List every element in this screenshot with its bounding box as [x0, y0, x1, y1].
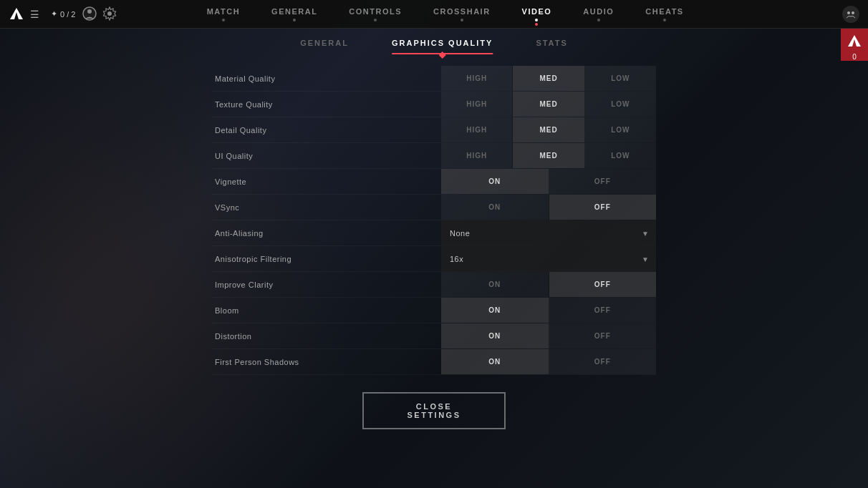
setting-controls-5: OnOff [441, 195, 656, 220]
setting-label-vignette: Vignette [212, 177, 441, 186]
top-bar-left: ☰ ✦ 0 / 2 [9, 6, 117, 22]
setting-label-improve-clarity: Improve Clarity [212, 280, 441, 289]
subnav-stats[interactable]: STATS [536, 39, 567, 54]
toggle-btn-high[interactable]: High [441, 143, 513, 168]
two-toggle-11: OnOff [441, 349, 656, 374]
toggle-btn-med[interactable]: Med [513, 66, 584, 91]
setting-row: VignetteOnOff [212, 169, 656, 195]
subnav-general[interactable]: GENERAL [300, 39, 349, 54]
setting-controls-2: HighMedLow [441, 117, 656, 142]
tab-cheats[interactable]: CHEATS [630, 0, 699, 29]
dropdown-anti-aliasing[interactable]: NoneMSAA 2xMSAA 4x [441, 220, 656, 246]
toggle-btn-off-4[interactable]: Off [549, 169, 657, 194]
sub-navigation: GENERAL GRAPHICS QUALITY STATS [300, 29, 568, 54]
setting-label-bloom: Bloom [212, 306, 441, 315]
toggle-btn-med[interactable]: Med [513, 117, 584, 142]
svg-point-4 [847, 11, 850, 14]
toggle-btn-on-11[interactable]: On [441, 349, 549, 374]
toggle-btn-med[interactable]: Med [513, 92, 584, 117]
agent-icon [82, 6, 97, 22]
setting-controls-0: HighMedLow [441, 66, 656, 91]
top-right-icons [842, 6, 859, 23]
svg-point-5 [852, 11, 854, 14]
setting-controls-10: OnOff [441, 323, 656, 348]
setting-label-texture-quality: Texture Quality [212, 100, 441, 109]
tab-audio[interactable]: AUDIO [567, 0, 630, 29]
menu-icon[interactable]: ☰ [30, 9, 39, 20]
svg-point-3 [107, 11, 112, 16]
top-navigation-bar: ☰ ✦ 0 / 2 MATCH [0, 0, 868, 29]
settings-gear-icon[interactable] [102, 6, 117, 22]
toggle-btn-off-8[interactable]: Off [549, 272, 657, 297]
setting-controls-6: NoneMSAA 2xMSAA 4x▼ [441, 220, 656, 245]
setting-row: Anti-AliasingNoneMSAA 2xMSAA 4x▼ [212, 220, 656, 246]
right-panel-logo [844, 31, 864, 52]
dropdown-anisotropic-filtering[interactable]: 1x2x4x8x16x [441, 246, 656, 272]
tab-dot [374, 19, 377, 21]
toggle-btn-off-10[interactable]: Off [549, 323, 657, 348]
kill-count-value: 0 / 2 [60, 10, 75, 19]
tab-video[interactable]: VIDEO [506, 0, 568, 29]
toggle-btn-on-8[interactable]: On [441, 272, 549, 297]
toggle-btn-low[interactable]: Low [585, 117, 656, 142]
setting-label-ui-quality: UI Quality [212, 152, 441, 160]
three-toggle-1: HighMedLow [441, 92, 656, 117]
setting-row: UI QualityHighMedLow [212, 143, 656, 169]
setting-label-distortion: Distortion [212, 332, 441, 341]
close-settings-button[interactable]: CLOSE SETTINGS [362, 392, 506, 429]
setting-controls-4: OnOff [441, 169, 656, 194]
toggle-btn-high[interactable]: High [441, 117, 513, 142]
toggle-btn-on-9[interactable]: On [441, 298, 549, 323]
setting-controls-1: HighMedLow [441, 92, 656, 117]
toggle-btn-med[interactable]: Med [513, 143, 584, 168]
toggle-btn-high[interactable]: High [441, 66, 513, 91]
toggle-btn-off-11[interactable]: Off [549, 349, 657, 374]
dropdown-wrap-7: 1x2x4x8x16x▼ [441, 246, 656, 272]
tab-dot [460, 19, 463, 21]
tab-match[interactable]: MATCH [191, 0, 256, 29]
setting-controls-8: OnOff [441, 272, 656, 297]
tab-crosshair[interactable]: CROSSHAIR [418, 0, 506, 29]
toggle-btn-on-10[interactable]: On [441, 323, 549, 348]
svg-marker-6 [848, 35, 861, 47]
three-toggle-3: HighMedLow [441, 143, 656, 168]
tab-dot [663, 19, 666, 21]
toggle-btn-low[interactable]: Low [585, 92, 656, 117]
toggle-btn-low[interactable]: Low [585, 66, 656, 91]
two-toggle-5: OnOff [441, 195, 656, 220]
setting-controls-7: 1x2x4x8x16x▼ [441, 246, 656, 271]
toggle-btn-on-4[interactable]: On [441, 169, 549, 194]
star-icon: ✦ [51, 9, 57, 19]
setting-label-anti-aliasing: Anti-Aliasing [212, 229, 441, 238]
toggle-btn-off-9[interactable]: Off [549, 298, 657, 323]
toggle-btn-on-5[interactable]: On [441, 195, 549, 220]
tab-controls[interactable]: CONTROLS [333, 0, 418, 29]
toggle-btn-low[interactable]: Low [585, 143, 656, 168]
social-icon[interactable] [842, 6, 859, 23]
setting-row: Anisotropic Filtering1x2x4x8x16x▼ [212, 246, 656, 272]
setting-controls-3: HighMedLow [441, 143, 656, 168]
setting-label-anisotropic-filtering: Anisotropic Filtering [212, 255, 441, 263]
setting-label-first-person-shadows: First Person Shadows [212, 358, 441, 366]
toggle-btn-high[interactable]: High [441, 92, 513, 117]
right-panel-count: 0 [852, 53, 857, 61]
three-toggle-0: HighMedLow [441, 66, 656, 91]
tab-dot [222, 19, 225, 21]
close-button-wrap: CLOSE SETTINGS [362, 392, 506, 429]
setting-row: VSyncOnOff [212, 195, 656, 220]
setting-label-material-quality: Material Quality [212, 74, 441, 83]
svg-marker-0 [10, 8, 23, 19]
two-toggle-10: OnOff [441, 323, 656, 348]
right-panel: 0 [841, 29, 868, 61]
tab-general[interactable]: GENERAL [256, 0, 333, 29]
dropdown-wrap-6: NoneMSAA 2xMSAA 4x▼ [441, 220, 656, 246]
setting-controls-9: OnOff [441, 298, 656, 323]
toggle-btn-off-5[interactable]: Off [549, 195, 657, 220]
subnav-graphics-quality[interactable]: GRAPHICS QUALITY [392, 39, 493, 54]
setting-row: Material QualityHighMedLow [212, 66, 656, 92]
setting-row: Texture QualityHighMedLow [212, 92, 656, 117]
setting-label-vsync: VSync [212, 203, 441, 212]
tab-dot [535, 19, 538, 21]
active-indicator-diamond [439, 52, 446, 59]
setting-row: Detail QualityHighMedLow [212, 117, 656, 143]
